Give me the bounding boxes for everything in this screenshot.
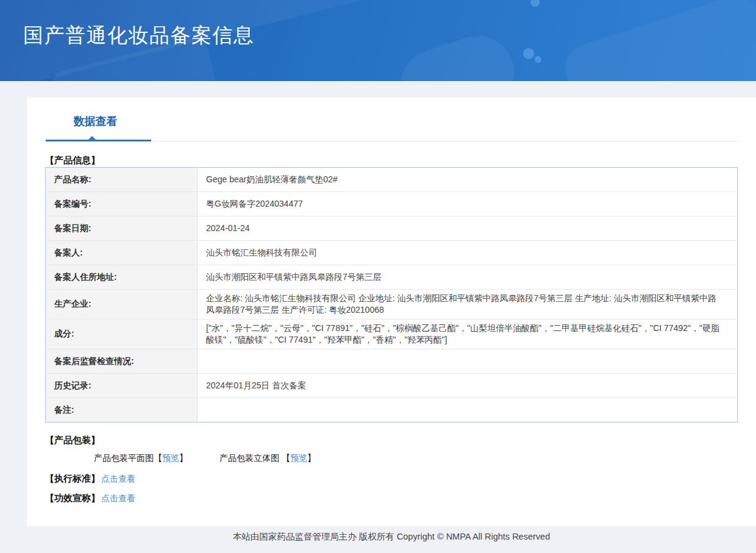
row-label: 备案日期:: [46, 216, 198, 241]
row-label: 成分:: [46, 319, 198, 349]
table-row-history: 历史记录: 2024年01月25日 首次备案: [46, 374, 738, 398]
row-value: 2024-01-24: [198, 216, 738, 241]
packaging-row: 产品包装平面图【预览】产品包装立体图【预览】: [45, 453, 738, 463]
standard-row: 【执行标准】点击查看: [45, 474, 738, 483]
stereo-preview-link[interactable]: 预览: [290, 453, 307, 463]
product-info-table: 产品名称: Gege bear奶油肌轻薄奢颜气垫02# 备案编号: 粤G妆网备字…: [45, 167, 738, 423]
row-label: 产品名称:: [46, 168, 198, 192]
page-banner: 国产普通化妆品备案信息: [0, 0, 756, 81]
table-row-remarks: 备注:: [46, 398, 738, 423]
efficacy-view-link[interactable]: 点击查看: [101, 493, 135, 503]
content-card: 数据查看 【产品信息】 产品名称: Gege bear奶油肌轻薄奢颜气垫02# …: [27, 98, 756, 526]
row-label: 备案人:: [46, 241, 198, 265]
table-row-ingredients: 成分: ["水"，"异十二烷"，"云母"，"CI 77891"，"硅石"，"棕榈…: [46, 319, 738, 349]
footer-text: 本站由国家药品监督管理局主办 版权所有 Copyright © NMPA All…: [233, 532, 550, 541]
packaging-stereo-label: 产品包装立体图: [219, 453, 279, 463]
tab-bar: 数据查看: [45, 98, 738, 141]
row-value: 企业名称: 汕头市铭汇生物科技有限公司 企业地址: 汕头市潮阳区和平镇紫中路凤皋…: [198, 290, 738, 319]
bracket-open: 【: [154, 453, 162, 463]
table-row-registrant: 备案人: 汕头市铭汇生物科技有限公司: [46, 241, 738, 265]
row-label: 历史记录:: [46, 374, 198, 398]
bracket-close: 】: [179, 453, 188, 463]
banner-decoration-dot: [535, 56, 541, 63]
table-row-supervision: 备案后监督检查情况:: [46, 349, 738, 374]
table-row-registrant-address: 备案人住所地址: 汕头市潮阳区和平镇紫中路凤皋路段7号第三层: [46, 265, 738, 290]
efficacy-heading: 【功效宣称】: [45, 493, 100, 503]
row-label: 生产企业:: [46, 290, 198, 319]
row-label: 备案后监督检查情况:: [46, 349, 198, 374]
efficacy-row: 【功效宣称】点击查看: [45, 493, 738, 503]
table-row-manufacturer: 生产企业: 企业名称: 汕头市铭汇生物科技有限公司 企业地址: 汕头市潮阳区和平…: [46, 290, 738, 319]
standard-heading: 【执行标准】: [45, 473, 100, 483]
row-value: 粤G妆网备字2024034477: [198, 192, 738, 216]
tab-data-view[interactable]: 数据查看: [46, 115, 151, 141]
bracket-close: 】: [307, 453, 316, 463]
product-info-heading: 【产品信息】: [45, 155, 738, 165]
row-value: ["水"，"异十二烷"，"云母"，"CI 77891"，"硅石"，"棕榈酸乙基己…: [198, 319, 738, 349]
row-value: [198, 349, 738, 374]
banner-decoration-dot: [523, 48, 534, 59]
bracket-open: 【: [282, 453, 290, 463]
table-row-registration-date: 备案日期: 2024-01-24: [46, 216, 738, 241]
footer: 本站由国家药品监督管理局主办 版权所有 Copyright © NMPA All…: [0, 526, 756, 543]
page-title: 国产普通化妆品备案信息: [0, 0, 756, 46]
table-row-product-name: 产品名称: Gege bear奶油肌轻薄奢颜气垫02#: [46, 168, 738, 192]
row-label: 备注:: [46, 398, 198, 423]
row-value: 汕头市铭汇生物科技有限公司: [198, 241, 738, 265]
row-label: 备案编号:: [46, 192, 198, 216]
row-value: 2024年01月25日 首次备案: [198, 374, 738, 398]
row-value: [198, 398, 738, 423]
tab-data-view-label: 数据查看: [74, 115, 118, 127]
row-value: 汕头市潮阳区和平镇紫中路凤皋路段7号第三层: [198, 265, 738, 290]
flat-preview-link[interactable]: 预览: [162, 453, 179, 463]
packaging-heading: 【产品包装】: [45, 435, 738, 445]
table-row-registration-number: 备案编号: 粤G妆网备字2024034477: [46, 192, 738, 216]
packaging-flat-label: 产品包装平面图: [94, 453, 154, 463]
standard-view-link[interactable]: 点击查看: [101, 474, 135, 483]
row-label: 备案人住所地址:: [46, 265, 198, 290]
row-value: Gege bear奶油肌轻薄奢颜气垫02#: [198, 168, 738, 192]
